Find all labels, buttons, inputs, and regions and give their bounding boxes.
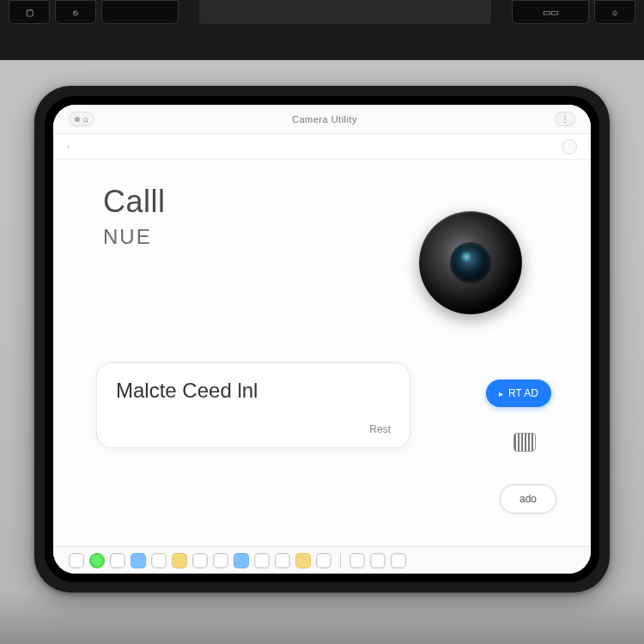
key-esc: ▢ [9, 0, 50, 24]
camera-lens-icon [419, 211, 522, 314]
dock-app-12[interactable] [316, 553, 331, 568]
info-card[interactable]: Malcte Ceed lnl Rest [96, 362, 410, 448]
key-fn: ▭▭ [512, 0, 589, 24]
dock [53, 546, 591, 574]
back-button[interactable]: ‹ [67, 142, 70, 151]
status-left-text: ⌂ [83, 114, 88, 124]
status-title: Camera Utility [292, 114, 357, 125]
status-right-pill[interactable]: ⋮ [555, 112, 575, 126]
status-left-pill: ⌂ [69, 112, 94, 126]
card-subtitle: Rest [369, 423, 391, 435]
key-power: ⌽ [594, 0, 635, 24]
primary-action-button[interactable]: ▸ RT AD [486, 380, 551, 407]
primary-button-icon: ▸ [499, 389, 503, 398]
secondary-button-label: ado [519, 493, 537, 505]
tablet-bezel: ⌂ Camera Utility ⋮ ‹ Calll NUE Malcte Ce… [45, 96, 599, 582]
dock-app-8[interactable] [234, 553, 249, 568]
status-bar: ⌂ Camera Utility ⋮ [53, 105, 591, 134]
dock-app-status[interactable] [89, 553, 105, 568]
dock-app-7[interactable] [213, 553, 228, 568]
key-f2 [101, 0, 179, 24]
dock-app-4[interactable] [151, 553, 167, 568]
secondary-action-button[interactable]: ado [500, 484, 556, 513]
barcode-icon[interactable] [513, 433, 536, 452]
primary-button-label: RT AD [508, 387, 538, 399]
main-content: Calll NUE Malcte Ceed lnl Rest ▸ RT AD a… [53, 160, 591, 546]
key-f1: ⎋ [55, 0, 96, 24]
dock-app-5[interactable] [172, 553, 187, 568]
dock-app-10[interactable] [275, 553, 290, 568]
laptop-base-shadow [0, 592, 644, 644]
dock-app-3[interactable] [131, 553, 146, 568]
dock-app-6[interactable] [192, 553, 208, 568]
page-heading: Calll [103, 184, 560, 220]
toolbar: ‹ [53, 134, 591, 160]
toolbar-action-icon[interactable] [562, 139, 577, 155]
dock-app-11[interactable] [295, 553, 311, 568]
dock-app-13[interactable] [349, 553, 365, 568]
dock-app-14[interactable] [370, 553, 386, 568]
keyboard-function-row [199, 0, 491, 24]
tablet-device: ⌂ Camera Utility ⋮ ‹ Calll NUE Malcte Ce… [34, 86, 610, 592]
tablet-screen: ⌂ Camera Utility ⋮ ‹ Calll NUE Malcte Ce… [53, 105, 591, 574]
dock-app-1[interactable] [69, 553, 84, 568]
laptop-keyboard: ▢ ⎋ ▭▭ ⌽ [0, 0, 644, 60]
dock-app-9[interactable] [254, 553, 270, 568]
dock-app-15[interactable] [391, 553, 406, 568]
dock-app-2[interactable] [110, 553, 125, 568]
status-right-text: ⋮ [561, 114, 569, 124]
dock-separator [340, 553, 341, 568]
card-title: Malcte Ceed lnl [116, 379, 391, 403]
